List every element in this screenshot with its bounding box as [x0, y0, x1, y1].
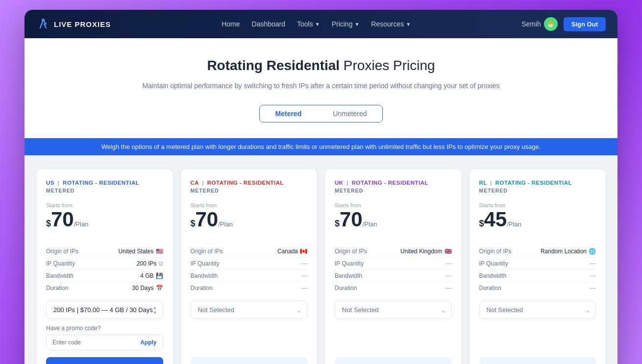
card-us-price: Starts from $ 70 /Plan	[46, 200, 163, 238]
calendar-icon: 📅	[156, 285, 163, 291]
promo-section: Have a promo code? Apply	[46, 325, 163, 350]
detail-row-qty-ca: IP Quantity —	[191, 257, 308, 269]
card-ca-title: CA | ROTATING - RESIDENTIAL	[191, 180, 308, 186]
info-banner: Weigh the options of a metered plan with…	[25, 138, 617, 155]
plan-select-rl[interactable]: Not Selected	[479, 301, 596, 319]
detail-row-origin-rl: Origin of IPs Random Location 🌐	[479, 245, 596, 257]
plan-select-uk[interactable]: Not Selected	[335, 301, 452, 319]
card-rl-details: Origin of IPs Random Location 🌐 IP Quant…	[479, 245, 596, 294]
plan-select-wrapper-uk: Not Selected	[335, 301, 452, 319]
nav-resources[interactable]: Resources ▼	[371, 20, 411, 28]
card-rl: RL | ROTATING - RESIDENTIAL METERED Star…	[469, 169, 606, 364]
nav-pricing[interactable]: Pricing ▼	[332, 20, 360, 28]
nav-tools[interactable]: Tools ▼	[297, 20, 320, 28]
card-rl-badge: METERED	[479, 188, 596, 194]
promo-input-row: Apply	[46, 335, 163, 350]
detail-row-origin: Origin of IPs United States 🇺🇸	[46, 245, 163, 257]
buy-now-button[interactable]: Buy Now	[46, 357, 163, 364]
nav-links: Home Dashboard Tools ▼ Pricing ▼ Resourc…	[222, 20, 411, 28]
main-container: LIVE PROXIES Home Dashboard Tools ▼ Pric…	[25, 10, 617, 364]
nav-right: Semih 🐣 Sign Out	[521, 17, 606, 31]
card-uk-price: Starts from $ 70 /Plan	[335, 200, 452, 238]
card-us-title: US | ROTATING - RESIDENTIAL	[46, 180, 163, 186]
card-uk: UK | ROTATING - RESIDENTIAL METERED Star…	[325, 169, 462, 364]
detail-row-dur-ca: Duration —	[191, 282, 308, 294]
detail-row-qty-uk: IP Quantity —	[335, 257, 452, 269]
card-us-badge: METERED	[46, 188, 163, 194]
promo-apply-button[interactable]: Apply	[134, 335, 162, 350]
avatar: 🐣	[544, 17, 558, 31]
chevron-down-icon: ▼	[354, 22, 359, 27]
card-us-details: Origin of IPs United States 🇺🇸 IP Quanti…	[46, 245, 163, 294]
detail-row-dur: Duration 30 Days 📅	[46, 282, 163, 294]
detail-row-origin-uk: Origin of IPs United Kingdom 🇬🇧	[335, 245, 452, 257]
card-uk-details: Origin of IPs United Kingdom 🇬🇧 IP Quant…	[335, 245, 452, 294]
detail-row-qty-rl: IP Quantity —	[479, 257, 596, 269]
select-ca-button[interactable]: Select CA IPs	[191, 357, 308, 364]
select-rl-button[interactable]: Select RL IPs	[479, 357, 596, 364]
copy-icon: ⧉	[159, 260, 163, 267]
billing-toggle: Metered Unmetered	[259, 105, 383, 122]
unmetered-toggle[interactable]: Unmetered	[317, 105, 382, 122]
card-ca-badge: METERED	[191, 188, 308, 194]
card-us: US | ROTATING - RESIDENTIAL METERED Star…	[36, 169, 173, 364]
hero-subtitle: Maintain optimal performance by switchin…	[36, 80, 606, 91]
cards-grid: US | ROTATING - RESIDENTIAL METERED Star…	[36, 169, 606, 364]
nav-dashboard[interactable]: Dashboard	[252, 20, 286, 28]
plan-select-wrapper-us: 200 IPs | $70.00 — 4 GB / 30 Days ▲ ▼	[46, 301, 163, 319]
logo: LIVE PROXIES	[36, 17, 111, 31]
chevron-down-icon: ▼	[315, 22, 320, 27]
nav-user: Semih 🐣	[521, 17, 558, 31]
signout-button[interactable]: Sign Out	[564, 17, 606, 31]
select-uk-button[interactable]: Select UK IPs	[335, 357, 452, 364]
promo-code-input[interactable]	[47, 335, 134, 350]
detail-row-bw-uk: Bandwidth —	[335, 269, 452, 282]
plan-select-us[interactable]: 200 IPs | $70.00 — 4 GB / 30 Days	[46, 301, 163, 319]
plan-select-wrapper-ca: Not Selected	[191, 301, 308, 319]
chevron-down-icon: ▼	[406, 22, 411, 27]
hero-section: Rotating Residential Proxies Pricing Mai…	[25, 38, 617, 138]
card-ca-price: Starts from $ 70 /Plan	[191, 200, 308, 238]
username: Semih	[521, 20, 541, 28]
detail-row-bw: Bandwidth 4 GB 💾	[46, 269, 163, 282]
plan-select-ca[interactable]: Not Selected	[191, 301, 308, 319]
card-uk-title: UK | ROTATING - RESIDENTIAL	[335, 180, 452, 186]
cards-section: US | ROTATING - RESIDENTIAL METERED Star…	[25, 155, 617, 364]
detail-row-origin-ca: Origin of IPs Canada 🇨🇦	[191, 245, 308, 257]
page-title: Rotating Residential Proxies Pricing	[36, 58, 606, 73]
card-uk-badge: METERED	[335, 188, 452, 194]
detail-row-bw-ca: Bandwidth —	[191, 269, 308, 282]
nav-home[interactable]: Home	[222, 20, 240, 28]
plan-select-wrapper-rl: Not Selected	[479, 301, 596, 319]
avatar-emoji: 🐣	[547, 21, 554, 27]
logo-icon	[36, 17, 50, 31]
detail-row-qty: IP Quantity 200 IPs ⧉	[46, 257, 163, 269]
logo-text: LIVE PROXIES	[54, 20, 111, 28]
card-rl-price: Starts from $ 45 /Plan	[479, 200, 596, 238]
card-rl-title: RL | ROTATING - RESIDENTIAL	[479, 180, 596, 186]
storage-icon: 💾	[156, 272, 163, 279]
detail-row-dur-rl: Duration —	[479, 282, 596, 294]
card-ca-details: Origin of IPs Canada 🇨🇦 IP Quantity — Ba…	[191, 245, 308, 294]
svg-point-0	[42, 19, 45, 22]
card-ca: CA | ROTATING - RESIDENTIAL METERED Star…	[181, 169, 318, 364]
detail-row-bw-rl: Bandwidth —	[479, 269, 596, 282]
metered-toggle[interactable]: Metered	[260, 105, 318, 122]
navbar: LIVE PROXIES Home Dashboard Tools ▼ Pric…	[25, 10, 617, 38]
detail-row-dur-uk: Duration —	[335, 282, 452, 294]
